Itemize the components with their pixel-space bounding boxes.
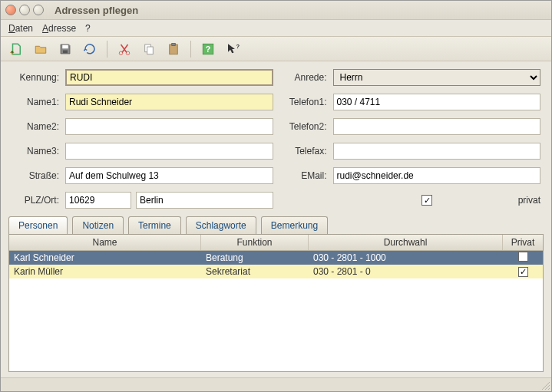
resize-grip-icon[interactable]	[540, 380, 550, 390]
privat-checkbox[interactable]	[421, 195, 432, 206]
row-privat-checkbox[interactable]	[518, 252, 528, 262]
menubar: Daten Adresse ?	[1, 20, 551, 37]
table-header: Name Funktion Durchwahl Privat	[9, 235, 543, 251]
col-privat[interactable]: Privat	[503, 235, 543, 250]
cell-name: Karl Schneider	[9, 252, 201, 264]
cell-name: Karin Müller	[9, 265, 201, 278]
label-privat: privat	[518, 195, 540, 206]
menu-daten[interactable]: Daten	[8, 23, 33, 34]
statusbar	[1, 377, 551, 391]
name3-field[interactable]	[65, 143, 273, 160]
window-maximize-button[interactable]	[33, 5, 44, 15]
telefon1-field[interactable]	[333, 94, 541, 110]
svg-rect-7	[172, 43, 176, 45]
cell-durchwahl: 030 - 2801 - 0	[309, 265, 503, 278]
svg-point-3	[126, 51, 130, 55]
tabbar: Personen Notizen Termine Schlagworte Bem…	[1, 216, 551, 234]
telefon2-field[interactable]	[333, 118, 541, 135]
svg-rect-1	[63, 50, 68, 53]
table-row[interactable]: Karl SchneiderBeratung030 - 2801 - 1000	[9, 251, 543, 265]
cut-icon[interactable]	[115, 40, 134, 58]
menu-help[interactable]: ?	[85, 23, 91, 34]
telefax-field[interactable]	[333, 143, 541, 160]
label-kennung: Kennung:	[12, 72, 59, 83]
label-email: EMail:	[279, 170, 327, 181]
tab-schlagworte[interactable]: Schlagworte	[186, 216, 256, 234]
svg-rect-0	[62, 44, 68, 48]
refresh-icon[interactable]	[81, 40, 99, 58]
new-icon[interactable]	[7, 40, 25, 58]
svg-rect-5	[147, 47, 154, 54]
email-field[interactable]	[333, 167, 541, 184]
svg-text:?: ?	[206, 44, 210, 53]
window-close-button[interactable]	[5, 5, 16, 15]
kennung-field[interactable]	[65, 69, 273, 86]
window-title: Adressen pflegen	[55, 5, 138, 16]
table-body: Karl SchneiderBeratung030 - 2801 - 1000K…	[9, 251, 543, 278]
name2-field[interactable]	[65, 118, 273, 135]
label-telefon2: Telefon2:	[279, 121, 327, 132]
label-plzort: PLZ/Ort:	[12, 195, 59, 206]
svg-rect-6	[170, 44, 178, 54]
strasse-field[interactable]	[65, 167, 273, 184]
tab-bemerkung[interactable]: Bemerkung	[261, 216, 328, 234]
save-icon[interactable]	[56, 40, 74, 58]
ort-field[interactable]	[136, 192, 273, 209]
label-name3: Name3:	[12, 146, 59, 156]
menu-adresse[interactable]: Adresse	[42, 23, 76, 34]
label-strasse: Straße:	[12, 170, 59, 181]
tab-personen[interactable]: Personen	[8, 216, 68, 234]
anrede-select[interactable]: Herrn	[333, 69, 541, 86]
label-telefax: Telefax:	[279, 146, 327, 156]
cell-durchwahl: 030 - 2801 - 1000	[309, 252, 503, 264]
svg-text:?: ?	[236, 42, 240, 49]
table-row[interactable]: Karin MüllerSekretariat030 - 2801 - 0	[9, 265, 543, 278]
plz-field[interactable]	[65, 192, 131, 209]
form-area: Kennung: Anrede: Herrn Name1: Telefon1: …	[1, 61, 551, 213]
svg-point-2	[119, 51, 123, 55]
label-name2: Name2:	[12, 121, 59, 132]
col-name[interactable]: Name	[9, 235, 201, 250]
window-minimize-button[interactable]	[19, 5, 30, 15]
col-durchwahl[interactable]: Durchwahl	[309, 235, 503, 250]
cursor-help-icon[interactable]: ?	[223, 40, 242, 58]
paste-icon[interactable]	[164, 40, 183, 58]
name1-field[interactable]	[65, 94, 273, 110]
cell-funktion: Sekretariat	[201, 265, 309, 278]
persons-table: Name Funktion Durchwahl Privat Karl Schn…	[8, 234, 544, 372]
label-name1: Name1:	[12, 97, 59, 107]
toolbar: ? ?	[1, 37, 551, 61]
titlebar: Adressen pflegen	[1, 1, 551, 20]
label-anrede: Anrede:	[279, 72, 327, 83]
row-privat-checkbox[interactable]	[518, 267, 528, 277]
help-icon[interactable]: ?	[199, 40, 217, 58]
open-icon[interactable]	[31, 40, 50, 58]
col-funktion[interactable]: Funktion	[201, 235, 309, 250]
tab-termine[interactable]: Termine	[128, 216, 181, 234]
label-telefon1: Telefon1:	[279, 97, 327, 107]
copy-icon[interactable]	[140, 40, 158, 58]
tab-notizen[interactable]: Notizen	[72, 216, 124, 234]
window: Adressen pflegen Daten Adresse ? ? ? Ken…	[0, 0, 552, 392]
cell-funktion: Beratung	[201, 252, 309, 264]
